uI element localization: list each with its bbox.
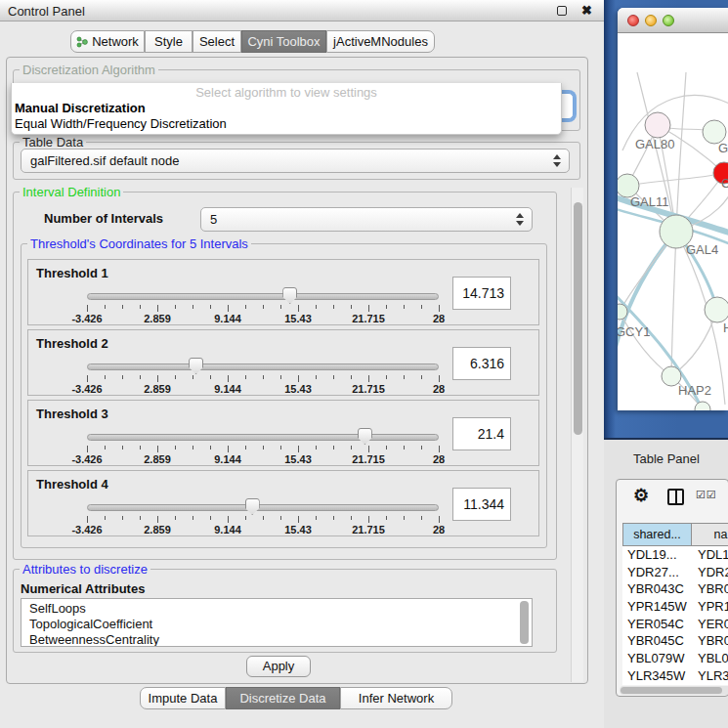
table-row[interactable]: YER054CYER0: [622, 616, 728, 633]
panel-scrollbar[interactable]: [571, 188, 583, 682]
attributes-list-scrollbar[interactable]: [520, 601, 529, 644]
table-row[interactable]: YBR045CYBR0: [622, 632, 728, 650]
numerical-attributes-list[interactable]: SelfLoopsTopologicalCoefficientBetweenne…: [21, 598, 533, 647]
table-cell[interactable]: YER0: [693, 616, 728, 633]
table-cell[interactable]: YDL1: [693, 546, 728, 564]
tab-network[interactable]: Network: [70, 30, 145, 53]
slider-tick: [245, 305, 246, 309]
slider-tick: [439, 305, 440, 312]
slider-tick: [105, 516, 106, 520]
threshold-slider-thumb[interactable]: [189, 358, 203, 374]
threshold-slider-track[interactable]: [87, 293, 439, 300]
table-cell[interactable]: YBR043C: [622, 580, 693, 598]
table-horizontal-scrollbar[interactable]: [620, 686, 728, 695]
table-cell[interactable]: YBR045C: [622, 632, 693, 650]
table-cell[interactable]: YBR0: [693, 632, 728, 650]
table-row[interactable]: YIL052CYIL0: [622, 685, 728, 686]
threshold-value-field[interactable]: 6.316: [452, 347, 511, 380]
tab-style[interactable]: Style: [145, 30, 193, 53]
tab-cyni-toolbox[interactable]: Cyni Toolbox: [241, 30, 326, 53]
slider-scale-label: 15.43: [284, 383, 312, 395]
slider-tick: [105, 305, 106, 309]
threshold-slider-track[interactable]: [87, 504, 439, 511]
tab-impute-data[interactable]: Impute Data: [140, 687, 226, 709]
close-traffic-light[interactable]: [627, 15, 639, 26]
table-row[interactable]: YBR043CYBR0: [622, 580, 728, 598]
attribute-item[interactable]: SelfLoops: [29, 601, 532, 617]
threshold-slider-track[interactable]: [87, 434, 439, 441]
slider-tick: [87, 375, 88, 382]
tab-select[interactable]: Select: [193, 30, 241, 53]
table-cell[interactable]: YIL052C: [622, 685, 693, 686]
numerical-attributes-label: Numerical Attributes: [21, 581, 145, 596]
tab-infer-network[interactable]: Infer Network: [340, 687, 452, 709]
table-cell[interactable]: YER054C: [622, 616, 693, 633]
threshold-slider-thumb[interactable]: [282, 287, 297, 304]
checkbox-icons[interactable]: ☑☑: [696, 489, 717, 501]
zoom-traffic-light[interactable]: [663, 15, 674, 26]
attribute-item[interactable]: TopologicalCoefficient: [29, 617, 532, 632]
table-cell[interactable]: YBL079W: [622, 650, 693, 667]
table-cell[interactable]: YDL19...: [622, 546, 693, 564]
network-canvas[interactable]: GAL80GACGAL11GAL4GCY1HHAP2: [618, 33, 728, 410]
table-row[interactable]: YDL19...YDL1: [622, 546, 728, 564]
threshold-value-field[interactable]: 11.344: [452, 488, 511, 521]
table-row[interactable]: YDR27...YDR2: [622, 564, 728, 581]
threshold-slider-track[interactable]: [87, 364, 439, 370]
network-node-label: GAL4: [686, 242, 718, 257]
slider-scale-label: -3.426: [71, 383, 102, 395]
network-node-label: H: [723, 321, 728, 335]
table-cell[interactable]: YBL0: [693, 650, 728, 667]
slider-tick: [140, 305, 141, 309]
close-icon[interactable]: ✖: [581, 3, 592, 18]
network-graph[interactable]: GAL80GACGAL11GAL4GCY1HHAP2: [618, 33, 728, 410]
table-row[interactable]: YLR345WYLR3: [622, 667, 728, 685]
table-body: YDL19...YDL1YDR27...YDR2YBR043CYBR0YPR14…: [622, 546, 728, 685]
column-layout-icon[interactable]: [667, 489, 684, 505]
table-row[interactable]: YPR145WYPR1: [622, 598, 728, 616]
table-data-combobox[interactable]: galFiltered.sif default node: [21, 149, 570, 173]
tab-discretize-data[interactable]: Discretize Data: [226, 687, 340, 709]
table-row[interactable]: YBL079WYBL0: [622, 650, 728, 667]
table-cell[interactable]: YIL0: [693, 685, 724, 686]
slider-tick: [351, 305, 352, 309]
tab-jactivemnodules[interactable]: jActiveMNodules: [326, 30, 435, 53]
panel-scrollbar-thumb[interactable]: [574, 202, 582, 435]
table-cell[interactable]: YDR2: [693, 564, 728, 581]
slider-tick: [280, 375, 281, 379]
slider-tick: [87, 446, 88, 452]
network-node[interactable]: [645, 112, 670, 138]
table-cell[interactable]: YLR3: [693, 667, 728, 685]
table-cell[interactable]: YLR345W: [622, 667, 693, 685]
minimize-traffic-light[interactable]: [645, 15, 657, 26]
network-node[interactable]: [705, 297, 728, 322]
slider-tick: [333, 446, 334, 450]
table-cell[interactable]: YPR1: [693, 598, 728, 616]
threshold-value-field[interactable]: 21.4: [452, 417, 511, 450]
threshold-slider-thumb[interactable]: [358, 428, 372, 445]
popup-option-equal-width-frequency[interactable]: Equal Width/Frequency Discretization: [15, 116, 227, 131]
popup-option-manual-discretization[interactable]: Manual Discretization: [15, 101, 146, 115]
slider-tick: [333, 375, 334, 379]
slider-tick: [333, 305, 334, 309]
group-title: Table Data: [20, 135, 86, 150]
table-cell[interactable]: YPR145W: [622, 598, 693, 616]
column-header-name[interactable]: na: [692, 523, 728, 546]
threshold-slider-thumb[interactable]: [245, 498, 260, 515]
slider-tick: [351, 446, 352, 450]
slider-tick: [368, 305, 369, 312]
threshold-value-field[interactable]: 14.713: [452, 277, 511, 310]
apply-button[interactable]: Apply: [246, 656, 311, 677]
table-scrollbar-thumb[interactable]: [621, 687, 722, 694]
table-cell[interactable]: YBR0: [693, 580, 728, 598]
table-cell[interactable]: YDR27...: [622, 564, 693, 581]
tab-label: Style: [154, 34, 183, 49]
slider-scale-label: -3.426: [71, 524, 102, 535]
gear-icon[interactable]: ⚙: [633, 485, 649, 506]
column-header-shared-name[interactable]: shared...: [622, 523, 692, 546]
threshold-label: Threshold 1: [36, 266, 108, 280]
slider-tick: [316, 305, 317, 309]
float-window-icon[interactable]: [557, 6, 567, 16]
attribute-item[interactable]: BetweennessCentrality: [29, 632, 532, 647]
number-of-intervals-combobox[interactable]: 5: [200, 207, 533, 232]
